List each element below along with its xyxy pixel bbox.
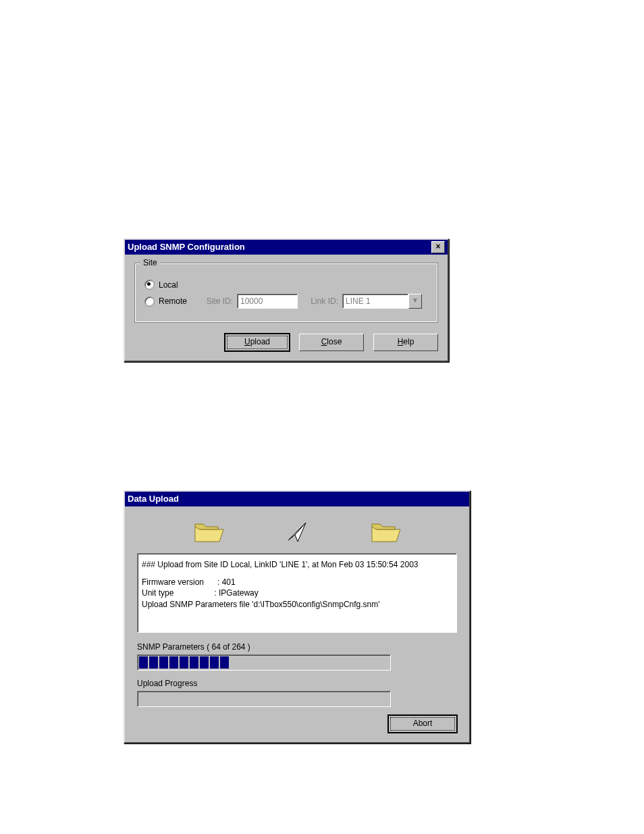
remote-radio[interactable] xyxy=(144,296,155,307)
local-radio-label: Local xyxy=(159,280,178,290)
remote-radio-label: Remote xyxy=(159,296,199,306)
titlebar: Data Upload xyxy=(125,492,469,506)
upload-progress-bar xyxy=(137,691,391,707)
log-line: Unit type : IPGateway xyxy=(142,588,452,598)
dialog-title: Data Upload xyxy=(128,492,179,506)
log-line: Firmware version : 401 xyxy=(142,577,452,588)
abort-button[interactable]: Abort xyxy=(388,715,457,733)
log-line: Upload SNMP Parameters file 'd:\ITbox550… xyxy=(142,599,452,610)
local-radio[interactable] xyxy=(144,280,155,290)
snmp-progress-label: SNMP Parameters ( 64 of 264 ) xyxy=(137,642,457,652)
site-id-label: Site ID: xyxy=(199,296,233,306)
close-button[interactable]: Close xyxy=(299,334,364,351)
link-id-dropdown: LINE 1 ▼ xyxy=(342,294,422,309)
folder-open-icon xyxy=(369,519,402,548)
log-line: ### Upload from Site ID Local, LinkID 'L… xyxy=(142,559,452,570)
site-group: Site Local Remote Site ID: 10000 Link ID… xyxy=(134,263,438,323)
upload-button[interactable]: Upload xyxy=(225,334,290,351)
data-upload-dialog: Data Upload xyxy=(124,490,471,744)
upload-log: ### Upload from Site ID Local, LinkID 'L… xyxy=(137,553,457,633)
group-label: Site xyxy=(140,258,160,267)
help-button[interactable]: Help xyxy=(373,334,438,351)
snmp-progress-bar xyxy=(137,654,391,671)
paper-plane-icon xyxy=(287,520,307,546)
link-id-value: LINE 1 xyxy=(342,294,408,309)
close-icon[interactable]: × xyxy=(431,241,445,253)
chevron-down-icon: ▼ xyxy=(408,294,422,309)
upload-snmp-config-dialog: Upload SNMP Configuration × Site Local R… xyxy=(124,238,449,362)
dialog-title: Upload SNMP Configuration xyxy=(128,240,245,255)
folder-open-icon xyxy=(192,519,225,548)
icon-bar xyxy=(134,511,460,553)
upload-progress-label: Upload Progress xyxy=(137,679,457,688)
link-id-label: Link ID: xyxy=(298,296,338,306)
titlebar: Upload SNMP Configuration × xyxy=(125,240,448,255)
site-id-field: 10000 xyxy=(237,294,298,309)
